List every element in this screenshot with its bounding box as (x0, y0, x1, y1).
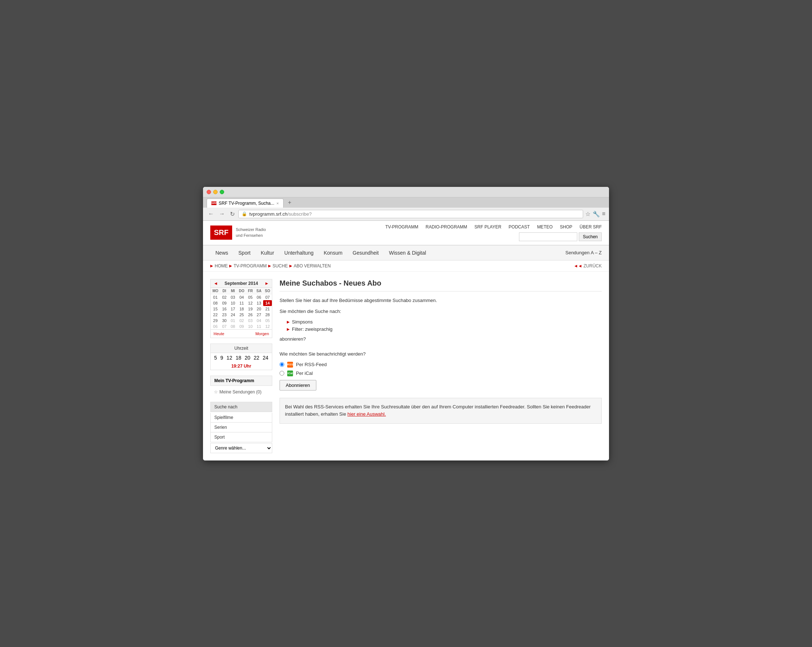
new-tab-button[interactable]: + (285, 198, 294, 208)
calendar-prev-button[interactable]: ◄ (214, 281, 218, 286)
nav-uber-srf[interactable]: ÜBER SRF (580, 224, 602, 230)
cal-day[interactable]: 05 (246, 294, 254, 300)
uhrzeit-9[interactable]: 9 (220, 355, 223, 361)
cal-day[interactable]: 07 (263, 294, 272, 300)
info-link[interactable]: hier eine Auswahl. (347, 411, 386, 417)
nav-konsum[interactable]: Konsum (319, 245, 347, 260)
nav-tv-programm[interactable]: TV-PROGRAMM (385, 224, 418, 230)
cal-day[interactable]: 25 (237, 312, 246, 318)
breadcrumb-home[interactable]: HOME (215, 263, 228, 268)
nav-meteo[interactable]: METEO (537, 224, 553, 230)
cal-day[interactable]: 26 (246, 312, 254, 318)
search-input[interactable] (519, 233, 577, 241)
cal-day[interactable]: 02 (237, 318, 246, 324)
cal-day[interactable]: 12 (263, 324, 272, 329)
minimize-button[interactable] (213, 190, 218, 194)
tab-close-button[interactable]: × (276, 201, 279, 206)
uhrzeit-24[interactable]: 24 (263, 355, 269, 361)
cal-day[interactable]: 22 (211, 312, 220, 318)
uhrzeit-20[interactable]: 20 (244, 355, 250, 361)
cal-day[interactable]: 10 (246, 324, 254, 329)
breadcrumb-suche[interactable]: SUCHE (273, 263, 288, 268)
back-link[interactable]: ◄◄ ZURÜCK (574, 263, 602, 268)
cal-day[interactable]: 05 (263, 318, 272, 324)
cal-day[interactable]: 20 (255, 306, 263, 312)
main-navigation: News Sport Kultur Unterhaltung Konsum Ge… (203, 245, 609, 260)
nav-gesundheit[interactable]: Gesundheit (348, 245, 384, 260)
cal-day[interactable]: 08 (229, 324, 237, 329)
suche-sport[interactable]: Sport (210, 432, 272, 442)
cal-day[interactable]: 04 (237, 294, 246, 300)
cal-day[interactable]: 10 (229, 300, 237, 306)
active-tab[interactable]: SRF SRF TV-Programm, Sucha... × (207, 199, 284, 208)
uhrzeit-18[interactable]: 18 (235, 355, 241, 361)
breadcrumb-tv-programm[interactable]: TV-PROGRAMM (234, 263, 267, 268)
meine-sendungen[interactable]: ☆ Meine Sendungen (0) (210, 388, 272, 396)
search-button[interactable]: Suchen (579, 233, 602, 241)
cal-day[interactable]: 12 (246, 300, 254, 306)
cal-day[interactable]: 03 (246, 318, 254, 324)
cal-day[interactable]: 23 (220, 312, 229, 318)
nav-podcast[interactable]: PODCAST (509, 224, 530, 230)
cal-day[interactable]: 04 (255, 318, 263, 324)
cal-day[interactable]: 11 (237, 300, 246, 306)
cal-day[interactable]: 18 (237, 306, 246, 312)
forward-button[interactable]: → (218, 210, 226, 218)
cal-today[interactable]: 14 (263, 300, 272, 306)
nav-wissen-digital[interactable]: Wissen & Digital (384, 245, 431, 260)
suche-serien[interactable]: Serien (210, 423, 272, 432)
cal-day[interactable]: 24 (229, 312, 237, 318)
back-button[interactable]: ← (207, 210, 215, 218)
genre-select[interactable]: Genre wählen... (210, 443, 272, 453)
uhrzeit-12[interactable]: 12 (227, 355, 232, 361)
abonnieren-button[interactable]: Abonnieren (279, 380, 316, 391)
uhrzeit-5[interactable]: 5 (214, 355, 217, 361)
cal-day[interactable]: 19 (246, 306, 254, 312)
breadcrumb-arrow-4: ▶ (289, 264, 292, 268)
cal-day[interactable]: 08 (211, 300, 220, 306)
cal-day[interactable]: 01 (229, 318, 237, 324)
nav-srf-player[interactable]: SRF PLAYER (475, 224, 502, 230)
uhrzeit-22[interactable]: 22 (254, 355, 259, 361)
cal-day[interactable]: 09 (237, 324, 246, 329)
calendar-next-button[interactable]: ► (265, 281, 269, 286)
cal-day[interactable]: 02 (220, 294, 229, 300)
cal-day[interactable]: 16 (220, 306, 229, 312)
url-bar[interactable]: 🔒 tvprogramm.srf.ch/subscribe? (238, 210, 583, 218)
cal-day[interactable]: 01 (211, 294, 220, 300)
mein-tv-programm[interactable]: Mein TV-Programm (210, 376, 272, 386)
nav-kultur[interactable]: Kultur (255, 245, 279, 260)
maximize-button[interactable] (220, 190, 224, 194)
sendungen-az-link[interactable]: Sendungen A – Z (565, 250, 602, 256)
nav-news[interactable]: News (210, 245, 233, 260)
cal-day[interactable]: 21 (263, 306, 272, 312)
morgen-link[interactable]: Morgen (255, 332, 269, 336)
cal-day[interactable]: 03 (229, 294, 237, 300)
ical-radio[interactable] (279, 371, 284, 376)
cal-day[interactable]: 07 (220, 324, 229, 329)
cal-day[interactable]: 29 (211, 318, 220, 324)
rss-radio[interactable] (279, 362, 284, 367)
tools-icon[interactable]: 🔧 (592, 210, 600, 218)
cal-day[interactable]: 17 (229, 306, 237, 312)
menu-icon[interactable]: ≡ (602, 210, 605, 218)
cal-day[interactable]: 06 (211, 324, 220, 329)
suche-spielfilme[interactable]: Spielfilme (210, 413, 272, 423)
cal-day[interactable]: 15 (211, 306, 220, 312)
close-button[interactable] (207, 190, 211, 194)
cal-day[interactable]: 06 (255, 294, 263, 300)
heute-link[interactable]: Heute (214, 332, 224, 336)
cal-day[interactable]: 30 (220, 318, 229, 324)
cal-day[interactable]: 27 (255, 312, 263, 318)
nav-shop[interactable]: SHOP (560, 224, 572, 230)
nav-unterhaltung[interactable]: Unterhaltung (279, 245, 319, 260)
cal-day[interactable]: 28 (263, 312, 272, 318)
nav-radio-programm[interactable]: RADIO-PROGRAMM (426, 224, 467, 230)
cal-day[interactable]: 13 (255, 300, 263, 306)
nav-sport[interactable]: Sport (233, 245, 255, 260)
breadcrumb-abo-verwalten[interactable]: ABO VERWALTEN (294, 263, 331, 268)
bookmark-icon[interactable]: ☆ (585, 210, 591, 218)
cal-day[interactable]: 09 (220, 300, 229, 306)
reload-button[interactable]: ↻ (229, 210, 236, 218)
cal-day[interactable]: 11 (255, 324, 263, 329)
